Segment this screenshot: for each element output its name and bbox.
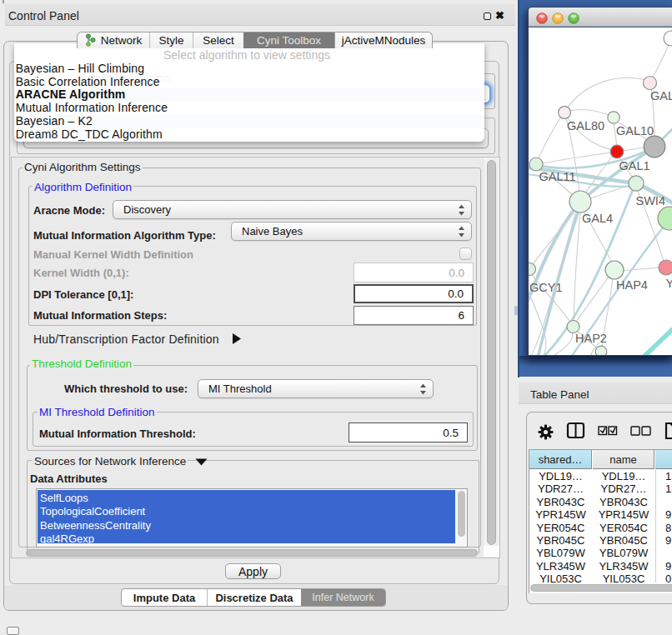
- svg-text:GAL4: GAL4: [582, 212, 613, 225]
- svg-text:GAL80: GAL80: [567, 119, 604, 132]
- svg-text:SWI4: SWI4: [636, 194, 665, 208]
- svg-text:Y: Y: [666, 277, 672, 290]
- svg-text:GAL: GAL: [650, 89, 672, 102]
- svg-text:HAP4: HAP4: [616, 278, 648, 292]
- svg-text:GAL11: GAL11: [539, 170, 576, 183]
- svg-text:GAL1: GAL1: [619, 159, 650, 172]
- svg-text:GCY1: GCY1: [529, 281, 563, 294]
- svg-text:HAP2: HAP2: [575, 332, 607, 345]
- svg-text:GAL10: GAL10: [616, 124, 654, 138]
